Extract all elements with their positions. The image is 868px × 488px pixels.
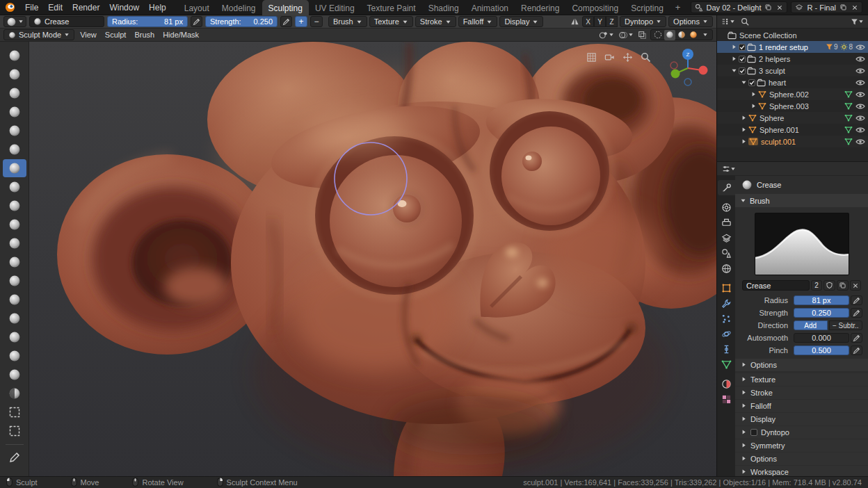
section-checkbox[interactable] [750, 429, 757, 436]
brush-datablock-field[interactable]: Crease [29, 16, 104, 27]
tab-rendering[interactable]: Rendering [515, 0, 565, 15]
tool-mask-icon[interactable] [3, 384, 26, 402]
tab-shading[interactable]: Shading [422, 0, 465, 15]
outliner-row-3-sculpt[interactable]: 3 sculpt [717, 65, 868, 76]
zoom-icon[interactable] [638, 50, 652, 64]
menu-render[interactable]: Render [67, 0, 104, 15]
outliner-row-scene-collection[interactable]: Scene Collection [717, 29, 868, 41]
gizmos-dropdown[interactable] [598, 31, 615, 40]
tool-grab-icon[interactable] [3, 272, 26, 290]
brush-preview-image[interactable] [755, 213, 849, 275]
sculpt-scene[interactable] [29, 42, 716, 476]
collection-checkbox[interactable] [739, 67, 746, 74]
outliner-row-sphere[interactable]: Sphere [717, 112, 868, 124]
disclosure-right-icon[interactable] [750, 103, 757, 109]
pressure-toggle-icon[interactable] [851, 333, 862, 343]
gizmo-z-neg-axis[interactable] [684, 79, 691, 86]
shading-options-caret[interactable] [700, 30, 711, 40]
users-count-button[interactable]: 2 [811, 280, 822, 291]
direction-subtr-toggle[interactable]: − Subtr.. [829, 320, 863, 330]
shading-wireframe-button[interactable] [652, 30, 664, 40]
mirror-z-toggle[interactable]: Z [606, 16, 618, 27]
unlink-scene-button[interactable] [775, 4, 784, 11]
menu-help[interactable]: Help [144, 0, 171, 15]
panel-dropdown-stroke[interactable]: Stroke [415, 16, 456, 27]
tool-crease-icon[interactable] [3, 159, 26, 177]
visibility-eye-icon[interactable] [855, 91, 865, 98]
visibility-eye-icon[interactable] [855, 67, 865, 74]
mirror-y-toggle[interactable]: Y [594, 16, 606, 27]
tool-scrape-icon[interactable] [3, 234, 26, 252]
copy-view-layer-button[interactable] [839, 3, 848, 11]
visibility-eye-icon[interactable] [855, 79, 865, 86]
shading-solid-button[interactable] [664, 30, 675, 40]
direction-add-toggle[interactable]: Add [794, 320, 828, 330]
outliner-row-1-render-setup[interactable]: 1 render setup98 [717, 41, 868, 53]
dyntopo-dropdown[interactable]: Dyntopo [620, 16, 666, 27]
scene-selector[interactable]: Day 02 - Delight [691, 1, 788, 13]
mirror-x-toggle[interactable]: X [582, 16, 594, 27]
properties-tab-object-data[interactable] [718, 357, 735, 372]
tab-animation[interactable]: Animation [465, 0, 515, 15]
tool-inflate-icon[interactable] [3, 122, 26, 140]
properties-tab-active-tool[interactable] [718, 180, 735, 195]
properties-tab-view-layer[interactable] [718, 230, 735, 245]
outliner-row-sphere-002[interactable]: Sphere.002 [717, 88, 868, 100]
tool-draw-icon[interactable] [3, 47, 26, 65]
tool-snake-hook-icon[interactable] [3, 291, 26, 309]
disclosure-right-icon[interactable] [731, 44, 737, 50]
disclosure-down-icon[interactable] [741, 79, 747, 86]
disclosure-right-icon[interactable] [741, 127, 747, 133]
fake-user-shield-button[interactable] [823, 280, 835, 291]
tab-uv-editing[interactable]: UV Editing [309, 0, 361, 15]
menu-edit[interactable]: Edit [43, 0, 67, 15]
3d-viewport[interactable]: Z [0, 42, 716, 476]
menu-window[interactable]: Window [104, 0, 144, 15]
outliner-row-sphere-001[interactable]: Sphere.001 [717, 124, 868, 136]
blender-logo-icon[interactable] [0, 2, 20, 13]
disclosure-down-icon[interactable] [731, 67, 737, 74]
mode-dropdown[interactable]: Sculpt Mode [3, 29, 74, 40]
tab-sculpting[interactable]: Sculpting [262, 0, 309, 15]
visibility-eye-icon[interactable] [855, 44, 865, 51]
gizmo-y-axis[interactable] [671, 70, 680, 79]
add-workspace-button[interactable]: + [670, 2, 686, 13]
tool-flatten-icon[interactable] [3, 197, 26, 215]
gizmo-x-neg-axis[interactable] [670, 62, 677, 69]
view-layer-selector[interactable]: R - Final [791, 1, 862, 13]
options-dropdown[interactable]: Options [668, 16, 713, 27]
tool-clay-icon[interactable] [3, 65, 26, 83]
shading-material-button[interactable] [676, 30, 687, 40]
outliner-row-2-helpers[interactable]: 2 helpers [717, 53, 868, 65]
tool-box-mask-icon[interactable] [3, 403, 26, 421]
prop-strength-slider[interactable]: 0.250 [794, 308, 849, 318]
tool-rotate-icon[interactable] [3, 347, 26, 365]
properties-tab-object[interactable] [718, 280, 735, 295]
tool-box-hide-icon[interactable] [3, 422, 26, 440]
properties-tab-scene[interactable] [718, 245, 735, 261]
navigation-gizmo[interactable]: Z [668, 47, 708, 90]
strength-pressure-toggle[interactable] [280, 16, 292, 27]
properties-tab-world[interactable] [718, 261, 735, 276]
radius-slider[interactable]: Radius: 81 px [107, 16, 188, 27]
menu-file[interactable]: File [20, 0, 43, 15]
copy-scene-button[interactable] [764, 3, 773, 11]
prop-autosmooth-slider[interactable]: 0.000 [794, 333, 849, 343]
brush-panel-header[interactable]: Brush [735, 194, 868, 207]
properties-tab-constraints[interactable] [718, 341, 735, 357]
copy-brush-button[interactable] [837, 280, 849, 291]
viewport-menu-hide-mask[interactable]: Hide/Mask [159, 31, 203, 39]
tool-layer-icon[interactable] [3, 103, 26, 121]
section-display[interactable]: Display [735, 413, 868, 425]
panel-dropdown-brush[interactable]: Brush [328, 16, 367, 27]
panel-dropdown-falloff[interactable]: Falloff [458, 16, 498, 27]
subsection-options[interactable]: Options [735, 359, 868, 371]
properties-tab-particles[interactable] [718, 311, 735, 326]
collection-checkbox[interactable] [748, 79, 755, 86]
section-symmetry[interactable]: Symmetry [735, 439, 868, 452]
unlink-brush-button[interactable] [850, 280, 861, 291]
strength-slider[interactable]: Strength: 0.250 [205, 16, 278, 27]
outliner-filter-icon[interactable] [850, 18, 865, 26]
section-dyntopo[interactable]: Dyntopo [735, 426, 868, 439]
direction-subtract-toggle[interactable]: − [310, 16, 323, 27]
